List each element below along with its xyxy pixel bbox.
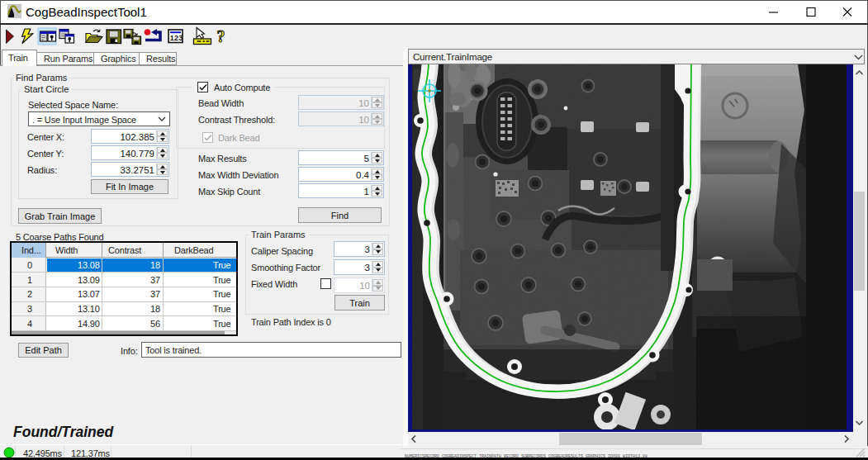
svg-text:123: 123 [170, 34, 183, 42]
svg-text:?: ? [217, 27, 225, 45]
